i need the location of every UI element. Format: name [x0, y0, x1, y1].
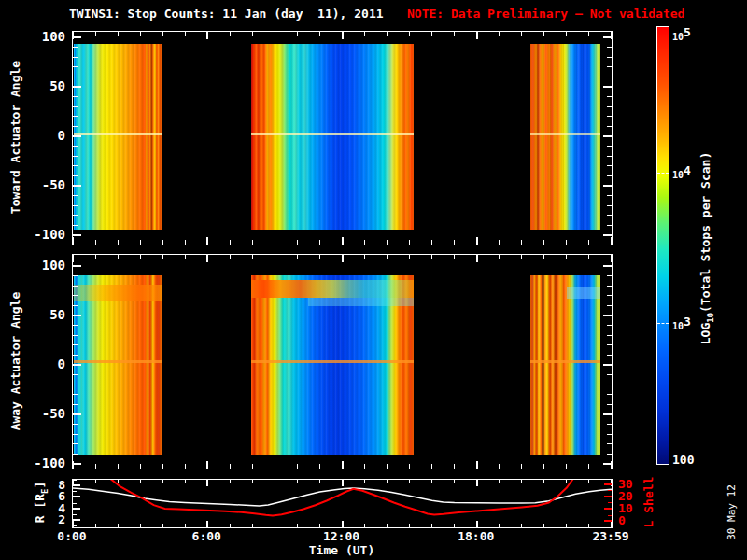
x-tick — [499, 524, 500, 527]
colorbar-tick-label: 104 — [672, 164, 691, 182]
heatmap-feature — [251, 360, 414, 363]
x-tick — [95, 32, 96, 36]
l-tick-label: 0 — [618, 513, 646, 527]
colorbar-title-log: LOG — [698, 323, 712, 344]
x-tick — [252, 32, 253, 36]
x-tick — [409, 32, 410, 36]
x-tick — [431, 524, 432, 527]
x-tick — [431, 240, 432, 245]
x-tick — [387, 32, 388, 36]
colorbar-tick-label: 100 — [672, 450, 694, 468]
x-tick — [431, 32, 432, 36]
x-tick — [588, 464, 589, 469]
x-tick — [185, 524, 186, 527]
y-tick — [73, 335, 78, 336]
x-tick — [252, 255, 253, 259]
x-tick — [342, 480, 344, 486]
y-tick — [73, 364, 81, 366]
x-tick — [611, 237, 613, 245]
y-tick — [607, 106, 612, 107]
heatmap-feature — [308, 298, 414, 306]
y-tick — [73, 305, 78, 306]
y-tick — [73, 96, 78, 97]
x-tick — [297, 524, 298, 527]
colorbar-tick-dash — [657, 323, 669, 324]
heatmap-feature — [74, 133, 162, 135]
y-tick — [607, 385, 612, 385]
x-tick — [476, 521, 478, 527]
y-tick — [73, 135, 81, 137]
x-tick — [454, 32, 455, 36]
y-tick — [603, 315, 612, 316]
y-tick — [603, 86, 612, 88]
r-tick — [73, 496, 80, 497]
x-tick — [543, 524, 544, 527]
l-tick — [608, 515, 612, 516]
x-tick — [206, 32, 208, 39]
x-tick — [95, 240, 96, 245]
y-tick — [73, 463, 81, 465]
time-axis: 0:006:0012:0018:0023:59 — [72, 529, 613, 544]
x-tick — [275, 255, 275, 259]
y-tick — [603, 364, 612, 366]
y-tick — [607, 77, 612, 77]
l-tick — [604, 496, 612, 497]
colorbar-tick-base: 100 — [672, 453, 694, 467]
x-tick — [162, 32, 163, 36]
colorbar-tick-exponent: 4 — [684, 163, 691, 177]
x-tick — [521, 32, 522, 36]
x-tick — [95, 524, 96, 527]
y-tick — [603, 135, 612, 137]
l-tick — [604, 483, 612, 485]
x-tick — [521, 240, 522, 245]
x-tick — [454, 464, 455, 469]
x-tick — [521, 524, 522, 527]
r-tick — [73, 480, 77, 481]
x-tick — [342, 32, 344, 39]
r-tick — [73, 525, 77, 526]
x-tick — [72, 255, 74, 262]
x-tick — [431, 464, 432, 469]
colorbar-title-sub: 10 — [706, 313, 715, 323]
colorbar-tick-exponent: 3 — [684, 315, 691, 329]
r-tick-label: 2 — [35, 512, 65, 526]
y-tick — [73, 434, 78, 435]
x-tick — [206, 461, 208, 469]
y-tick — [73, 36, 81, 38]
x-tick — [387, 255, 388, 259]
x-tick — [162, 480, 163, 483]
colorbar-title: LOG10(Total Stops per Scan) — [698, 152, 715, 345]
x-tick — [566, 255, 567, 259]
x-tick — [499, 240, 500, 245]
x-tick — [454, 480, 455, 483]
x-tick — [566, 32, 567, 36]
x-tick — [364, 464, 365, 469]
heatmap-block — [251, 44, 414, 230]
y-tick — [73, 385, 78, 385]
x-tick — [275, 464, 275, 469]
x-tick — [543, 464, 544, 469]
y-tick — [73, 205, 78, 206]
y-tick — [607, 165, 612, 166]
heatmap-feature — [530, 360, 600, 363]
heatmap-feature — [567, 287, 600, 299]
x-tick — [230, 480, 231, 483]
y-tick — [607, 116, 612, 117]
x-tick — [118, 464, 119, 469]
x-tick — [499, 255, 500, 259]
y-tick — [73, 295, 78, 296]
r-tick — [73, 491, 77, 492]
heatmap-block — [530, 44, 600, 230]
x-tick — [588, 524, 589, 527]
x-tick — [364, 240, 365, 245]
series-r — [73, 488, 612, 506]
y-tick — [73, 404, 78, 405]
x-tick — [95, 255, 96, 259]
x-tick — [364, 32, 365, 36]
x-tick — [342, 237, 344, 245]
colorbar-tick-base: 10 — [672, 321, 684, 331]
x-tick — [387, 480, 388, 483]
x-tick — [342, 521, 344, 527]
y-tick — [73, 225, 78, 226]
y-tick — [73, 175, 78, 176]
